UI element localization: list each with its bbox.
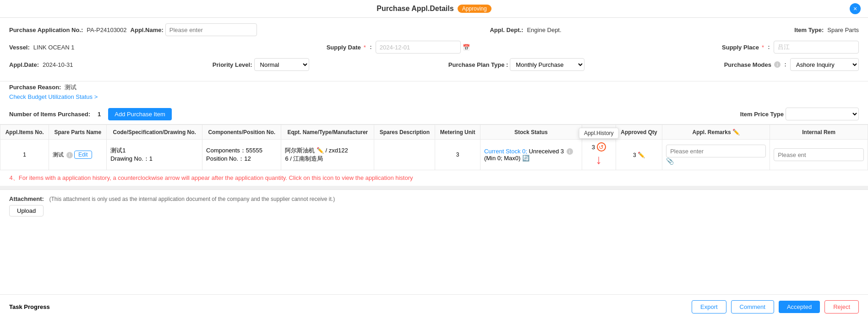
- cell-approved-qty: 3 ✏️: [616, 140, 662, 170]
- priority-group: Priority Level: Normal High Low: [213, 58, 309, 71]
- supply-date-required: *: [364, 44, 366, 51]
- appl-no-group: Purchase Application No.: PA-P24103002: [9, 27, 127, 33]
- comment-button[interactable]: Comment: [731, 300, 774, 314]
- appl-no-value: PA-P24103002: [87, 27, 126, 33]
- accepted-button[interactable]: Accepted: [779, 301, 820, 313]
- appl-name-input[interactable]: [165, 23, 257, 36]
- cell-components-position: Components：55555 Position No.：12: [202, 140, 281, 170]
- cell-appl-items-no: 1: [0, 140, 49, 170]
- spare-parts-info-icon[interactable]: i: [66, 152, 73, 158]
- supply-place-input[interactable]: [774, 41, 859, 54]
- modal-overlay: Purchase Appl.Details Approving × Purcha…: [0, 0, 868, 319]
- reject-button[interactable]: Reject: [824, 300, 859, 314]
- eqpt-name-line1: 阿尔斯油机 ✏️ / zxd122: [285, 146, 370, 155]
- upload-button[interactable]: Upload: [9, 205, 44, 216]
- approved-qty-edit-icon[interactable]: ✏️: [638, 151, 645, 158]
- modal-header: Purchase Appl.Details Approving ×: [0, 0, 868, 18]
- drawing-no: Drawing No.：1: [110, 155, 198, 163]
- cell-eqpt-name: 阿尔斯油机 ✏️ / zxd122 6 / 江南制造局: [281, 140, 374, 170]
- stock-current: Current Stock 0; Unreceived 3 i: [484, 148, 578, 155]
- cell-appl-qty: Appl.History 3 ↺ ↓: [582, 140, 616, 170]
- modal-title: Purchase Appl.Details: [377, 5, 453, 13]
- appl-history-tooltip-container: Appl.History 3 ↺ ↓: [592, 142, 606, 167]
- priority-select[interactable]: Normal High Low: [254, 58, 309, 71]
- check-budget-link[interactable]: Check Budget Utilization Status >: [0, 93, 868, 104]
- attachment-section: Attachment: (This attachment is only use…: [0, 189, 868, 222]
- appl-dept-value: Engine Dept.: [527, 27, 561, 33]
- col-components-position: Components/Position No.: [202, 125, 281, 140]
- appl-remarks-input[interactable]: [666, 145, 766, 157]
- task-progress-label: Task Progress: [9, 303, 50, 310]
- internal-rem-input[interactable]: [774, 148, 864, 161]
- supply-place-group: Supply Place * ：: [722, 41, 859, 54]
- status-badge: Approving: [458, 5, 491, 13]
- col-appl-items-no: Appl.Items No.: [0, 125, 49, 140]
- appl-date-label: Appl.Date:: [9, 61, 39, 68]
- components-value: Components：55555: [206, 146, 277, 155]
- cell-metering-unit: 3: [435, 140, 480, 170]
- cell-code-spec-drawing: 测试1 Drawing No.：1: [107, 140, 202, 170]
- stock-refresh-icon[interactable]: 🔄: [522, 155, 530, 162]
- table-row: 1 测试 i Edit 测试1 Drawing No.：1 Components…: [0, 140, 868, 170]
- eqpt-edit-icon[interactable]: ✏️: [317, 147, 324, 154]
- purchase-reason-row: Purchase Reason: 测试: [0, 81, 868, 93]
- stock-min-max: (Min 0; Max0) 🔄: [484, 155, 578, 162]
- purchase-modes-info-icon[interactable]: i: [774, 61, 781, 68]
- appl-dept-group: Appl. Dept.: Engine Dept.: [490, 27, 561, 33]
- col-internal-rem: Internal Rem: [770, 125, 868, 140]
- purchase-modes-label: Purchase Modes: [724, 61, 771, 68]
- scroll-bar[interactable]: [0, 186, 868, 189]
- appl-history-icon[interactable]: ↺: [597, 142, 606, 151]
- table-header-row: Appl.Items No. Spare Parts Name Code/Spe…: [0, 125, 868, 140]
- supply-date-input[interactable]: [376, 41, 461, 54]
- cell-spares-desc: [374, 140, 435, 170]
- footer: Task Progress Export Comment Accepted Re…: [0, 294, 868, 319]
- appl-dept-label: Appl. Dept.:: [490, 27, 523, 33]
- attachment-note: (This attachment is only used as the int…: [49, 196, 335, 202]
- instruction-text: 4、For items with a application history, …: [10, 174, 413, 181]
- appl-date-group: Appl.Date: 2024-10-31: [9, 61, 73, 68]
- export-button[interactable]: Export: [692, 300, 726, 314]
- col-appl-qty: Appl. Qty: [582, 125, 616, 140]
- form-section: Purchase Application No.: PA-P24103002 A…: [0, 18, 868, 81]
- cell-stock-status: Current Stock 0; Unreceived 3 i (Min 0; …: [480, 140, 582, 170]
- supply-place-label: Supply Place: [722, 44, 759, 51]
- appl-date-value: 2024-10-31: [43, 61, 73, 68]
- item-type-group: Item Type: Spare Parts: [794, 27, 859, 33]
- item-type-label: Item Type:: [794, 27, 824, 33]
- item-price-type-select[interactable]: [786, 108, 859, 120]
- purchase-modes-select[interactable]: Ashore Inquiry Online Bidding Direct Pur…: [790, 58, 859, 71]
- purchase-plan-select[interactable]: Monthly Purchase Emergency Purchase Spot…: [510, 58, 584, 71]
- appl-name-group: Appl.Name:: [131, 23, 257, 36]
- col-appl-remarks: Appl. Remarks ✏️: [662, 125, 770, 140]
- supply-date-group: Supply Date * ： 📅: [327, 41, 470, 54]
- purchase-modes-group: Purchase Modes i ： Ashore Inquiry Online…: [724, 58, 859, 71]
- vessel-group: Vessel: LINK OCEAN 1: [9, 44, 74, 51]
- col-code-spec-drawing: Code/Specification/Drawing No.: [107, 125, 202, 140]
- attachment-label: Attachment:: [9, 195, 44, 202]
- supply-date-label: Supply Date: [327, 44, 361, 51]
- item-price-type-group: Item Price Type: [740, 108, 859, 120]
- code-value: 测试1: [110, 146, 198, 155]
- attachment-icon[interactable]: 📎: [666, 157, 674, 165]
- cell-appl-remarks: 📎: [662, 140, 770, 170]
- purchase-reason-value: 测试: [65, 84, 76, 91]
- eqpt-name-line2: 6 / 江南制造局: [285, 155, 370, 163]
- col-approved-qty: Approved Qty: [616, 125, 662, 140]
- add-purchase-item-button[interactable]: Add Purchase Item: [108, 108, 172, 120]
- vessel-value: LINK OCEAN 1: [33, 44, 75, 51]
- number-items-value: 1: [98, 111, 101, 118]
- appl-name-label: Appl.Name:: [131, 27, 164, 33]
- arrow-down-icon: ↓: [595, 152, 602, 167]
- spare-parts-edit-button[interactable]: Edit: [74, 151, 92, 159]
- item-type-value: Spare Parts: [827, 27, 859, 33]
- col-spare-parts-name: Spare Parts Name: [49, 125, 107, 140]
- number-items-label: Number of Items Purchased:: [9, 111, 90, 118]
- appl-remarks-edit-icon[interactable]: ✏️: [732, 129, 740, 135]
- purchase-plan-group: Purchase Plan Type : Monthly Purchase Em…: [448, 58, 585, 71]
- toolbar-row: Number of Items Purchased: 1 Add Purchas…: [0, 104, 868, 124]
- form-row-2: Vessel: LINK OCEAN 1 Supply Date * ： 📅 S…: [9, 41, 859, 54]
- stock-info-icon[interactable]: i: [567, 148, 573, 155]
- calendar-icon[interactable]: 📅: [463, 44, 470, 51]
- close-button[interactable]: ×: [850, 3, 861, 14]
